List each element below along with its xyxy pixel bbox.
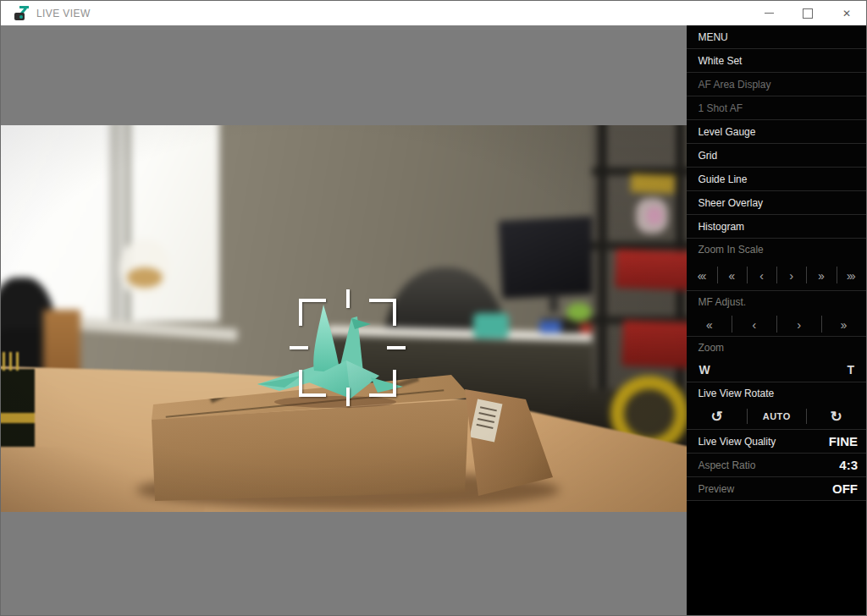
minimize-icon [765,13,774,14]
af-tick-right [387,346,406,349]
camera-live-image [1,125,687,512]
rotate-ccw-button[interactable]: ↺ [687,404,747,429]
label-text-lines [480,406,497,411]
aspect-ratio-row: Aspect Ratio 4:3 [687,454,866,477]
flap-shipping-label [470,399,503,442]
af-corner-bottom-left [299,370,326,397]
zoom-tele-button[interactable]: T [847,363,854,377]
zoom-in-scale-label: Zoom In Scale [687,239,866,260]
preview-value: OFF [832,481,858,496]
minimize-button[interactable] [749,1,788,25]
rotate-auto-button[interactable]: AUTO [747,404,807,429]
sidebar-empty-area [687,501,866,615]
guide-line-button[interactable]: Guide Line [687,168,866,191]
close-icon: ✕ [842,8,851,19]
level-gauge-button[interactable]: Level Gauge [687,120,866,144]
preview-label: Preview [698,483,734,495]
one-shot-af-button: 1 Shot AF [687,96,866,120]
histogram-button[interactable]: Histogram [687,215,866,239]
preview-row: Preview OFF [687,477,866,501]
live-view-quality-row[interactable]: Live View Quality FINE [687,430,866,454]
rotate-ccw-icon: ↺ [711,408,723,426]
mf-far2-button[interactable]: ‹‹ [687,312,732,336]
box-print-mark-1 [209,377,257,404]
sheer-overlay-button[interactable]: Sheer Overlay [687,191,866,215]
zoom-scale-up2-button[interactable]: ›› [806,260,836,290]
mf-adjust-controls: ‹‹ ‹ › ›› [687,312,866,337]
app-icon [14,6,29,20]
maximize-button[interactable] [788,1,827,25]
window-title: LIVE VIEW [36,8,91,19]
mf-near2-button[interactable]: ›› [821,312,866,336]
aspect-ratio-label: Aspect Ratio [698,459,755,471]
af-tick-left [290,346,308,349]
zoom-scale-down-button[interactable]: ‹ [747,260,776,290]
zoom-scale-min-button[interactable]: ‹‹‹ [687,260,716,290]
live-view-viewport[interactable] [1,25,687,615]
live-view-window: LIVE VIEW ✕ [0,0,867,616]
mf-adjust-label: MF Adjust. [687,291,866,312]
zoom-scale-down2-button[interactable]: ‹‹ [717,260,747,290]
af-corner-top-left [299,299,326,326]
control-sidebar: MENU White Set AF Area Display 1 Shot AF… [687,25,866,615]
close-button[interactable]: ✕ [827,1,866,25]
zoom-in-scale-controls: ‹‹‹ ‹‹ ‹ › ›› ››› [687,260,866,291]
rotate-cw-icon: ↻ [831,408,842,426]
live-view-rotate-label: Live View Rotate [687,382,866,404]
mf-near-button[interactable]: › [776,312,821,336]
rotate-auto-label: AUTO [763,411,791,421]
aspect-ratio-value: 4:3 [839,458,858,472]
title-bar: LIVE VIEW ✕ [1,1,866,25]
zoom-label: Zoom [687,337,866,358]
zoom-scale-up-button[interactable]: › [776,260,806,290]
white-set-button[interactable]: White Set [687,49,866,73]
af-target-frame[interactable] [299,299,396,397]
zoom-wide-button[interactable]: W [699,363,710,377]
af-tick-top [346,289,350,308]
af-area-display-button: AF Area Display [687,73,866,96]
af-corner-bottom-right [369,370,396,397]
mf-far-button[interactable]: ‹ [732,312,776,336]
grid-button[interactable]: Grid [687,144,866,168]
window-controls: ✕ [749,1,866,25]
cardboard-box-flap [458,379,558,499]
live-view-quality-value: FINE [829,434,858,448]
rotate-controls: ↺ AUTO ↻ [687,404,866,430]
zoom-wt-controls: W T [687,358,866,382]
rotate-cw-button[interactable]: ↻ [806,404,866,429]
zoom-scale-max-button[interactable]: ››› [837,260,866,290]
af-corner-top-right [369,299,396,326]
maximize-icon [803,8,813,19]
live-view-quality-label: Live View Quality [698,436,776,448]
menu-button[interactable]: MENU [687,25,866,49]
af-tick-bottom [346,388,350,406]
